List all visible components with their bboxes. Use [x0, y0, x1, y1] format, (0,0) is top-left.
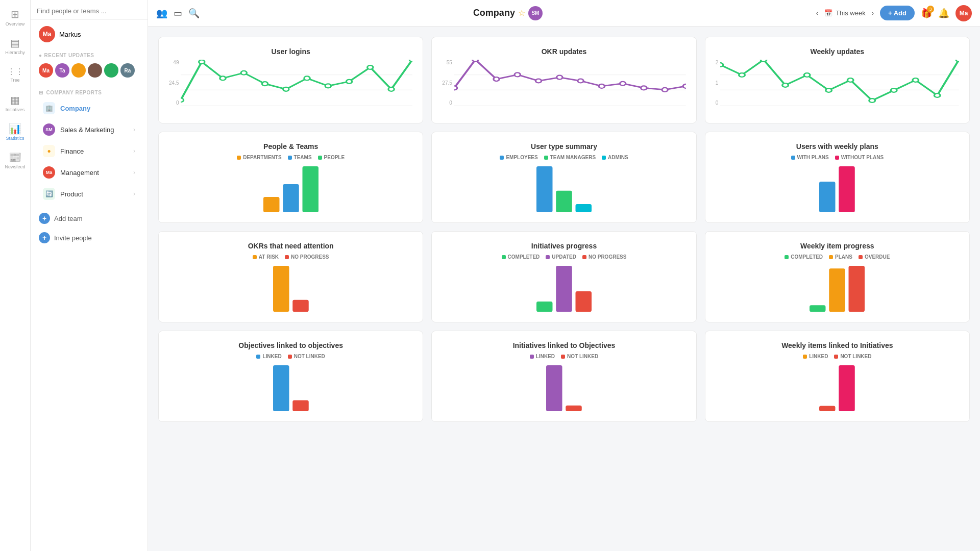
prev-week-button[interactable]: ‹: [816, 9, 818, 17]
chart-legend-objectives-linked: LINKED NOT LINKED: [169, 354, 412, 359]
svg-rect-61: [273, 365, 289, 411]
newsfeed-icon: 📰: [9, 151, 21, 163]
svg-point-42: [913, 78, 919, 82]
legend-item: TEAM MANAGERS: [544, 155, 596, 160]
chart-area: [716, 166, 959, 212]
legend-item: NOT LINKED: [561, 354, 598, 359]
legend-label: PEOPLE: [324, 155, 345, 160]
legend-item: PEOPLE: [318, 155, 345, 160]
svg-point-44: [956, 60, 959, 62]
finance-icon: ●: [43, 145, 55, 157]
legend-item: COMPLETED: [502, 254, 540, 260]
legend-item: NO PROGRESS: [285, 254, 329, 260]
invite-people-button[interactable]: + Invite people: [31, 228, 148, 247]
nav-hierarchy-label: Hierarchy: [5, 50, 25, 55]
recent-avatar-y[interactable]: [71, 63, 86, 78]
sidebar-item-product[interactable]: 🔄 Product ›: [35, 184, 143, 204]
chart-title: User logins: [169, 47, 412, 56]
favorite-icon[interactable]: ☆: [518, 8, 525, 18]
legend-label: NOT LINKED: [840, 354, 871, 359]
add-team-label: Add team: [54, 215, 83, 222]
nav-tree[interactable]: ⋮⋮ Tree: [2, 61, 29, 88]
chart-title: Users with weekly plans: [716, 142, 959, 151]
legend-dot: [256, 355, 260, 359]
legend-item: ADMINS: [602, 155, 628, 160]
svg-point-11: [347, 80, 352, 84]
nav-initiatives[interactable]: ▦ Initiatives: [2, 90, 29, 116]
notifications-area: 🎁 3: [921, 8, 932, 19]
chart-title: Weekly item progress: [716, 242, 959, 250]
nav-overview[interactable]: ⊞ Overview: [2, 4, 29, 31]
nav-statistics[interactable]: 📊 Statistics: [2, 118, 29, 145]
people-teams-icon[interactable]: 👥: [156, 8, 167, 19]
svg-rect-65: [819, 406, 836, 411]
legend-item: PLANS: [829, 254, 852, 260]
nav-hierarchy[interactable]: ▤ Hierarchy: [2, 33, 29, 59]
chart-okrs-attention: OKRs that need attention AT RISK NO PROG…: [158, 231, 423, 322]
svg-point-14: [410, 60, 413, 62]
recent-avatar-ma[interactable]: Ma: [39, 63, 53, 78]
next-week-button[interactable]: ›: [872, 9, 874, 17]
recent-avatar-ra[interactable]: Ra: [120, 63, 135, 78]
svg-point-18: [454, 86, 457, 90]
svg-point-22: [535, 79, 541, 83]
chart-area: [716, 266, 959, 312]
sidebar-item-finance[interactable]: ● Finance ›: [35, 141, 143, 161]
svg-rect-47: [302, 166, 318, 212]
legend-label: LINKED: [536, 354, 555, 359]
legend-label: WITHOUT PLANS: [841, 155, 884, 160]
svg-rect-55: [536, 302, 553, 312]
icon-nav: ⊞ Overview ▤ Hierarchy ⋮⋮ Tree ▦ Initiat…: [0, 0, 31, 551]
product-label: Product: [60, 190, 83, 198]
recent-avatar-br[interactable]: [88, 63, 102, 78]
sidebar-item-sales[interactable]: SM Sales & Marketing ›: [35, 119, 143, 140]
chart-initiatives-progress: Initiatives progress COMPLETED UPDATED N…: [431, 231, 696, 322]
bell-icon[interactable]: 🔔: [938, 8, 949, 19]
chart-area: 5527.50: [442, 60, 685, 106]
legend-item: LINKED: [530, 354, 555, 359]
recent-avatar-ta[interactable]: Ta: [55, 63, 69, 78]
add-button[interactable]: + Add: [880, 6, 915, 20]
user-avatar-topbar[interactable]: Ma: [955, 5, 972, 21]
add-team-button[interactable]: + Add team: [31, 209, 148, 228]
chart-title: Weekly items linked to Initiatives: [716, 341, 959, 349]
search-input[interactable]: [37, 7, 141, 15]
company-reports-label: ⊞ COMPANY REPORTS: [31, 84, 148, 97]
finance-label: Finance: [60, 147, 84, 155]
svg-point-9: [304, 76, 310, 80]
svg-rect-56: [556, 266, 572, 312]
nav-statistics-label: Statistics: [6, 136, 24, 141]
sidebar: Ma Markus ● RECENT UPDATES Ma Ta Ra ⊞ CO…: [31, 0, 148, 551]
svg-point-37: [804, 73, 810, 77]
user-initials: Ma: [43, 31, 52, 38]
chart-legend-okrs-attention: AT RISK NO PROGRESS: [169, 254, 412, 260]
legend-item: WITH PLANS: [791, 155, 829, 160]
recent-avatars: Ma Ta Ra: [31, 60, 148, 84]
legend-label: EMPLOYEES: [506, 155, 537, 160]
sidebar-item-company[interactable]: 🏢 Company: [35, 98, 143, 118]
bar-chart-objectives-linked: [273, 365, 309, 411]
legend-item: NO PROGRESS: [582, 254, 626, 260]
legend-dot: [530, 355, 534, 359]
layout-icon[interactable]: ▭: [174, 8, 182, 19]
legend-item: TEAMS: [288, 155, 312, 160]
legend-label: UPDATED: [552, 254, 576, 260]
svg-point-25: [599, 84, 604, 88]
svg-point-7: [262, 82, 268, 86]
legend-dot: [253, 255, 257, 259]
legend-label: LINKED: [262, 354, 281, 359]
legend-item: LINKED: [803, 354, 828, 359]
legend-label: COMPLETED: [508, 254, 540, 260]
search-icon[interactable]: 🔍: [188, 8, 200, 19]
nav-newsfeed[interactable]: 📰 Newsfeed: [2, 147, 29, 173]
chart-title: People & Teams: [169, 142, 412, 151]
company-icon: 🏢: [43, 102, 55, 114]
sidebar-item-management[interactable]: Ma Management ›: [35, 162, 143, 183]
svg-point-27: [641, 86, 646, 90]
svg-point-21: [514, 72, 520, 77]
nav-newsfeed-label: Newsfeed: [5, 164, 25, 169]
chart-users-weekly-plans: Users with weekly plans WITH PLANS WITHO…: [705, 132, 970, 223]
legend-item: UPDATED: [546, 254, 576, 260]
sidebar-user[interactable]: Ma Markus: [31, 20, 148, 48]
recent-avatar-gr[interactable]: [104, 63, 118, 78]
